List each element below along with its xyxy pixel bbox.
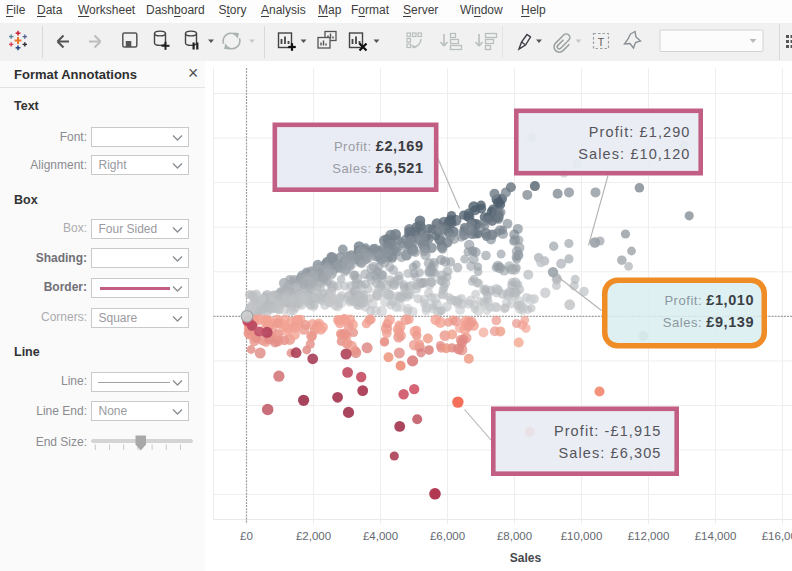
svg-text:Sales: £6,521: Sales: £6,521 [332, 160, 423, 176]
svg-text:Profit: £1,290: Profit: £1,290 [589, 124, 691, 140]
svg-text:£8,000: £8,000 [497, 530, 532, 542]
svg-text:£0: £0 [240, 530, 253, 542]
svg-text:£14,000: £14,000 [695, 530, 737, 542]
svg-text:£16,000: £16,000 [762, 530, 792, 542]
svg-text:£10,000: £10,000 [561, 530, 603, 542]
svg-text:Profit: £1,010: Profit: £1,010 [664, 292, 754, 308]
svg-text:£4,000: £4,000 [363, 530, 398, 542]
svg-text:Sales: Sales [510, 551, 542, 565]
svg-text:£2,000: £2,000 [296, 530, 331, 542]
svg-text:Sales: £10,120: Sales: £10,120 [578, 146, 690, 162]
svg-text:£6,000: £6,000 [430, 530, 465, 542]
svg-text:£12,000: £12,000 [628, 530, 670, 542]
svg-text:Sales: £6,305: Sales: £6,305 [559, 445, 662, 461]
svg-text:T: T [598, 36, 605, 48]
svg-text:Sales: £9,139: Sales: £9,139 [663, 314, 754, 330]
svg-text:Profit: £2,169: Profit: £2,169 [334, 138, 424, 154]
svg-text:Profit: -£1,915: Profit: -£1,915 [554, 423, 662, 439]
